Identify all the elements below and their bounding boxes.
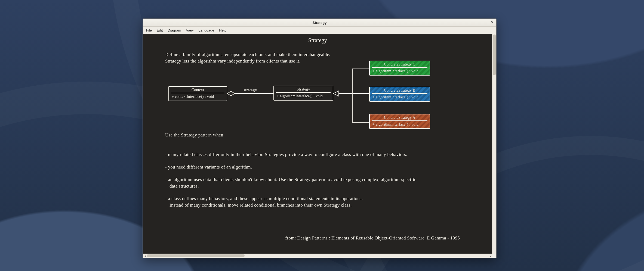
- bullet-item: - many related classes differ only in th…: [165, 151, 443, 158]
- uml-class-context[interactable]: Context + contextInterface() : void: [168, 86, 227, 101]
- bullet-item-cont: Instead of many conditionals, move relat…: [169, 203, 352, 208]
- bullet-item-cont: data structures.: [169, 183, 199, 189]
- citation: from: Design Patterns : Elements of Reus…: [165, 235, 460, 241]
- horizontal-scrollbar[interactable]: ◂ ▸: [143, 254, 492, 258]
- bullet-item: - an algorithm uses data that clients sh…: [165, 177, 416, 182]
- uml-class-method: + algorithmInterface() : void: [370, 121, 430, 128]
- scrollbar-thumb[interactable]: [493, 35, 496, 75]
- scroll-right-icon[interactable]: ▸: [489, 254, 492, 258]
- menu-diagram[interactable]: Diagram: [165, 28, 183, 33]
- canvas-viewport: Strategy Define a family of algorithms, …: [143, 34, 496, 258]
- scroll-left-icon[interactable]: ◂: [143, 254, 147, 258]
- uml-class-concrete-strategy-b[interactable]: ConcreteStrategy B + algorithmInterface(…: [369, 87, 430, 102]
- uml-class-concrete-strategy-c[interactable]: ConcreteStrategy C + algorithmInterface(…: [369, 61, 430, 76]
- bullet-item: - you need different variants of an algo…: [165, 164, 443, 170]
- uml-class-title: Strategy: [274, 86, 333, 92]
- window-title: Strategy: [312, 21, 326, 25]
- scrollbar-track[interactable]: [147, 254, 489, 258]
- diagram-canvas[interactable]: Strategy Define a family of algorithms, …: [143, 34, 492, 254]
- menu-view[interactable]: View: [184, 28, 196, 33]
- uml-class-title: ConcreteStrategy B: [370, 87, 430, 94]
- use-when-bullets: - many related classes differ only in th…: [165, 151, 443, 214]
- uml-class-title: Context: [169, 87, 227, 93]
- uml-class-title: ConcreteStrategy A: [370, 114, 430, 121]
- uml-class-method: + algorithmInterface() : void: [370, 67, 430, 75]
- vertical-scrollbar[interactable]: [492, 34, 496, 254]
- close-icon: ×: [491, 20, 493, 24]
- app-window: Strategy × File Edit Diagram View Langua…: [143, 18, 497, 258]
- diagram-description-line: Strategy lets the algorithm vary indepen…: [165, 58, 330, 64]
- diagram-description: Define a family of algorithms, encapsula…: [165, 51, 330, 64]
- desktop-wallpaper: Strategy × File Edit Diagram View Langua…: [0, 0, 644, 271]
- relation-label-strategy: strategy: [244, 88, 257, 92]
- uml-class-method: + algorithmInterface() : void: [274, 92, 333, 100]
- window-close-button[interactable]: ×: [490, 20, 495, 25]
- diagram-description-line: Define a family of algorithms, encapsula…: [165, 51, 330, 58]
- diagram-title: Strategy: [143, 37, 492, 43]
- menu-file[interactable]: File: [144, 28, 154, 33]
- menu-help[interactable]: Help: [217, 28, 229, 33]
- menu-language[interactable]: Language: [196, 28, 216, 33]
- use-when-heading: Use the Strategy pattern when: [165, 132, 223, 138]
- bullet-item: - a class defines many behaviors, and th…: [165, 196, 363, 201]
- scrollbar-thumb[interactable]: [147, 254, 245, 257]
- svg-marker-2: [333, 91, 339, 96]
- svg-marker-1: [227, 91, 235, 96]
- menu-edit[interactable]: Edit: [155, 28, 165, 33]
- uml-connectors: [143, 34, 492, 254]
- window-titlebar[interactable]: Strategy ×: [143, 19, 496, 27]
- uml-class-strategy[interactable]: Strategy + algorithmInterface() : void: [273, 86, 333, 101]
- uml-class-method: + contextInterface() : void: [169, 93, 227, 101]
- menubar: File Edit Diagram View Language Help: [143, 27, 496, 34]
- uml-class-method: + algorithmInterface() : void: [370, 94, 430, 101]
- uml-class-title: ConcreteStrategy C: [370, 61, 430, 67]
- uml-class-concrete-strategy-a[interactable]: ConcreteStrategy A + algorithmInterface(…: [369, 114, 430, 129]
